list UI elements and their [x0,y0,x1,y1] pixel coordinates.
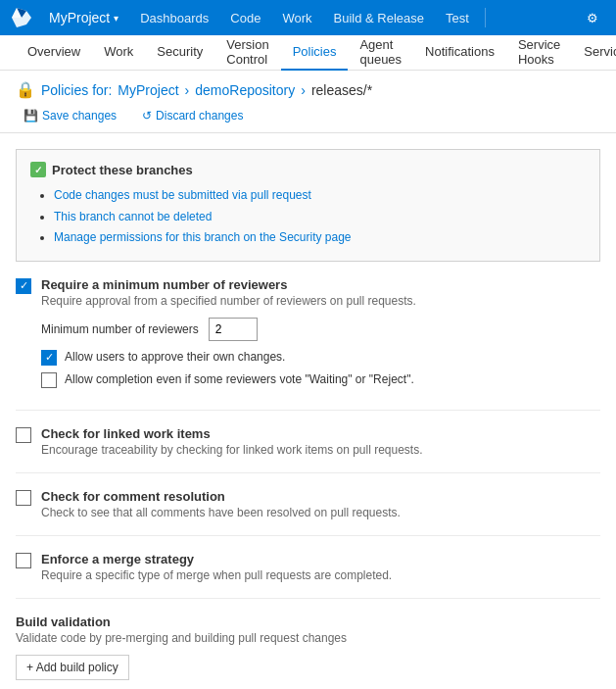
tab-service-hooks[interactable]: Service Hooks [506,35,572,71]
project-chevron-icon: ▾ [114,13,118,24]
tab-policies[interactable]: Policies [281,35,349,71]
build-validation-desc: Validate code by pre-merging and buildin… [16,631,600,645]
allow-own-row: ✓ Allow users to approve their own chang… [41,349,600,366]
min-count-input[interactable] [209,318,258,341]
merge-strategy-section: Enforce a merge strategy Require a speci… [16,552,600,599]
code-changes-link[interactable]: Code changes must be submitted via pull … [54,188,311,202]
min-reviewers-checkbox[interactable]: ✓ [16,278,31,294]
top-nav-items: Dashboards Code Work Build & Release Tes… [130,0,479,35]
discard-icon: ↺ [142,109,152,123]
nav-build-release[interactable]: Build & Release [324,0,435,35]
comment-resolution-content: Check for comment resolution Check to se… [41,489,401,519]
build-validation-title: Build validation [16,615,600,629]
save-changes-button[interactable]: 💾 Save changes [16,105,124,126]
breadcrumb: 🔒 Policies for: MyProject › demoReposito… [16,80,600,99]
merge-strategy-checkbox[interactable] [16,553,31,568]
save-label: Save changes [42,109,117,123]
comment-resolution-row: Check for comment resolution Check to se… [16,489,600,519]
comment-resolution-section: Check for comment resolution Check to se… [16,489,600,536]
protect-check-icon: ✓ [30,162,46,177]
discard-changes-button[interactable]: ↺ Discard changes [134,105,251,126]
nav-dashboards[interactable]: Dashboards [130,0,218,35]
comment-resolution-title: Check for comment resolution [41,489,401,504]
tab-version-control[interactable]: Version Control [214,35,280,71]
nav-test[interactable]: Test [436,0,479,35]
breadcrumb-prefix: Policies for: [41,82,112,98]
protect-branches-section: ✓ Protect these branches Code changes mu… [16,149,600,262]
min-reviewers-settings: Minimum number of reviewers ✓ Allow user… [41,318,600,388]
logo[interactable] [8,4,35,31]
allow-own-label: Allow users to approve their own changes… [65,350,285,364]
nav-work[interactable]: Work [272,0,321,35]
min-reviewers-section: ✓ Require a minimum number of reviewers … [16,277,600,411]
cannot-delete-link[interactable]: This branch cannot be deleted [54,210,212,223]
list-item: Manage permissions for this branch on th… [54,227,586,249]
list-item: This branch cannot be deleted [54,207,586,228]
main-content: ✓ Protect these branches Code changes mu… [0,133,616,689]
top-navigation: MyProject ▾ Dashboards Code Work Build &… [0,0,616,35]
breadcrumb-sep2: › [301,82,306,98]
add-build-policy-label: + Add build policy [26,661,118,674]
min-reviewers-content: Require a minimum number of reviewers Re… [41,277,416,308]
breadcrumb-repo[interactable]: demoRepository [195,82,295,98]
linked-work-section: Check for linked work items Encourage tr… [16,426,600,473]
linked-work-desc: Encourage traceability by checking for l… [41,443,423,457]
merge-strategy-content: Enforce a merge strategy Require a speci… [41,552,392,582]
settings-icon[interactable]: ⚙ [577,0,608,35]
linked-work-title: Check for linked work items [41,426,423,441]
min-reviewers-row: ✓ Require a minimum number of reviewers … [16,277,600,308]
min-reviewers-desc: Require approval from a specified number… [41,294,416,308]
linked-work-content: Check for linked work items Encourage tr… [41,426,423,457]
allow-own-checkbox[interactable]: ✓ [41,350,57,366]
comment-resolution-checkbox[interactable] [16,490,31,506]
allow-waiting-label: Allow completion even if some reviewers … [65,372,414,386]
breadcrumb-project[interactable]: MyProject [118,82,178,98]
tab-agent-queues[interactable]: Agent queues [348,35,413,71]
project-name[interactable]: MyProject ▾ [41,10,126,25]
second-navigation: Overview Work Security Version Control P… [0,35,616,71]
breadcrumb-sep1: › [185,82,190,98]
save-icon: 💾 [24,109,38,123]
project-name-label: MyProject [49,10,110,25]
list-item: Code changes must be submitted via pull … [54,185,586,207]
allow-waiting-checkbox[interactable] [41,372,57,388]
linked-work-row: Check for linked work items Encourage tr… [16,426,600,457]
page-actions: 💾 Save changes ↺ Discard changes [16,105,600,126]
protect-branches-title: ✓ Protect these branches [30,162,586,177]
linked-work-checkbox[interactable] [16,427,31,443]
tab-overview[interactable]: Overview [16,35,92,71]
allow-waiting-row: Allow completion even if some reviewers … [41,371,600,388]
breadcrumb-branch: releases/* [311,82,372,98]
tab-security[interactable]: Security [145,35,214,71]
comment-resolution-desc: Check to see that all comments have been… [41,506,401,519]
policies-icon: 🔒 [16,80,35,99]
merge-strategy-desc: Require a specific type of merge when pu… [41,568,392,582]
tab-services[interactable]: Services [572,35,616,71]
page-header: 🔒 Policies for: MyProject › demoReposito… [0,71,616,133]
add-build-policy-button[interactable]: + Add build policy [16,655,129,680]
build-validation-section: Build validation Validate code by pre-me… [16,615,600,689]
manage-permissions-link[interactable]: Manage permissions for this branch on th… [54,230,352,244]
merge-strategy-title: Enforce a merge strategy [41,552,392,566]
protect-branches-list: Code changes must be submitted via pull … [54,185,586,249]
nav-code[interactable]: Code [220,0,270,35]
discard-label: Discard changes [156,109,243,123]
tab-work[interactable]: Work [92,35,145,71]
min-count-label: Minimum number of reviewers [41,322,199,336]
nav-divider [485,8,486,27]
min-count-row: Minimum number of reviewers [41,318,600,341]
min-reviewers-title: Require a minimum number of reviewers [41,277,416,292]
merge-strategy-row: Enforce a merge strategy Require a speci… [16,552,600,582]
tab-notifications[interactable]: Notifications [413,35,506,71]
